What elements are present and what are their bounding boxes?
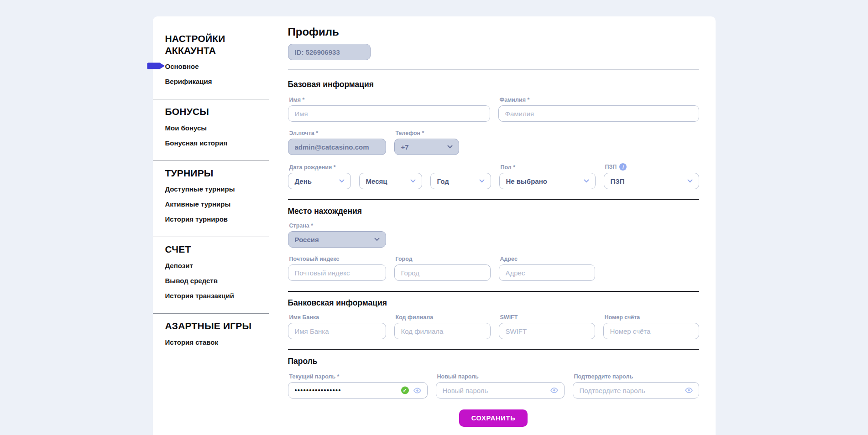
sidebar-section-tournaments: ТУРНИРЫ Доступные турниры Активные турни… (153, 167, 269, 231)
account-number-input[interactable] (603, 323, 699, 339)
row-address: Почтовый индекс Город Адрес (288, 256, 699, 281)
field-phone-code: Телефон * +7 (394, 130, 459, 155)
user-id-input (288, 44, 371, 60)
field-bank-name: Имя Банка (288, 314, 386, 339)
phone-code-select[interactable]: +7 (394, 139, 459, 155)
email-input (288, 139, 386, 155)
sidebar-section-title: БОНУСЫ (165, 106, 265, 118)
new-password-input[interactable] (436, 382, 565, 399)
sidebar-item-bets-history[interactable]: История ставок (153, 335, 269, 350)
city-input[interactable] (394, 264, 491, 281)
field-account-number: Номер счёта (603, 314, 699, 339)
actions-row: СОХРАНИТЬ (288, 409, 699, 427)
row-password: Текущий пароль * ✓ Новый пароль (288, 373, 699, 399)
last-name-input[interactable] (498, 105, 699, 122)
bank-name-input[interactable] (288, 323, 386, 339)
field-email: Эл.почта * (288, 130, 386, 155)
active-arrow-icon (147, 62, 165, 70)
field-new-password: Новый пароль (436, 373, 565, 399)
divider (288, 69, 699, 70)
field-label: Имя Банка (289, 314, 386, 321)
info-icon[interactable]: i (619, 163, 627, 171)
field-address: Адрес (499, 256, 595, 281)
field-gender: Пол * Не выбрано (499, 164, 596, 189)
chevron-down-icon (447, 145, 453, 149)
sidebar-item-label: Мои бонусы (165, 124, 207, 132)
field-label: Пол * (501, 164, 596, 171)
field-label: Почтовый индекс (289, 256, 386, 262)
section-title-location: Место нахождения (288, 207, 699, 216)
sidebar-item-deposit[interactable]: Депозит (153, 258, 269, 273)
sidebar-item-verification[interactable]: Верификация (153, 74, 269, 89)
eye-icon[interactable] (413, 387, 422, 394)
save-button[interactable]: СОХРАНИТЬ (459, 409, 528, 427)
sidebar-item-label: Вывод средств (165, 277, 218, 285)
year-select[interactable]: Год (430, 173, 491, 189)
zip-input[interactable] (288, 264, 386, 281)
day-select[interactable]: День (288, 173, 351, 189)
country-select[interactable]: Россия (288, 231, 386, 248)
sidebar-item-transaction-history[interactable]: История транзакций (153, 288, 269, 303)
sidebar-section-account-money: СЧЕТ Депозит Вывод средств История транз… (153, 243, 269, 307)
first-name-input[interactable] (288, 105, 490, 122)
row-country: Страна * Россия (288, 223, 699, 248)
field-confirm-password: Подтвердите пароль (573, 373, 699, 399)
sidebar-item-label: Основное (165, 62, 199, 70)
sidebar-divider (153, 237, 269, 237)
sidebar-section-title: ТУРНИРЫ (165, 167, 265, 179)
sidebar-item-label: История транзакций (165, 292, 234, 300)
sidebar-item-label: Верификация (165, 78, 212, 85)
pep-select[interactable]: ПЗП (604, 173, 699, 189)
field-birth-year: Год (430, 173, 491, 189)
field-current-password: Текущий пароль * ✓ (288, 373, 428, 399)
field-swift: SWIFT (499, 314, 595, 339)
sidebar-item-label: Активные турниры (165, 200, 231, 208)
field-label: Эл.почта * (289, 130, 386, 136)
field-city: Город (394, 256, 491, 281)
row-bank: Имя Банка Код филиала SWIFT Номер счёта (288, 314, 699, 339)
sidebar-divider (153, 313, 269, 314)
section-divider (288, 199, 699, 200)
field-label: Код филиала (396, 314, 491, 321)
field-label: Имя * (289, 97, 490, 103)
sidebar-item-active-tournaments[interactable]: Активные турниры (153, 197, 269, 212)
row-contact: Эл.почта * Телефон * +7 (288, 130, 699, 155)
chevron-down-icon (374, 238, 380, 241)
field-label: Номер счёта (605, 314, 699, 321)
sidebar-item-my-bonuses[interactable]: Мои бонусы (153, 120, 269, 135)
confirm-password-input[interactable] (573, 382, 699, 399)
section-divider (288, 349, 699, 350)
sidebar-item-main[interactable]: Основное (153, 59, 269, 74)
sidebar-section-title: НАСТРОЙКИ АККАУНТА (165, 33, 265, 56)
sidebar-item-bonus-history[interactable]: Бонусная история (153, 135, 269, 150)
field-label: Дата рождения * (289, 164, 351, 171)
field-first-name: Имя * (288, 97, 490, 122)
eye-icon[interactable] (685, 387, 693, 394)
sidebar-item-label: Доступные турниры (165, 185, 235, 193)
address-input[interactable] (499, 264, 595, 281)
field-birth-month: Месяц (359, 173, 422, 189)
eye-icon[interactable] (550, 387, 559, 394)
sidebar-section-account: НАСТРОЙКИ АККАУНТА Основное Верификация (153, 33, 269, 93)
chevron-down-icon (479, 179, 485, 183)
sidebar-section-gambling: АЗАРТНЫЕ ИГРЫ История ставок (153, 320, 269, 353)
section-title-password: Пароль (288, 357, 699, 366)
profile-main: Профиль Базовая информация Имя * Фамилия… (288, 16, 716, 435)
sidebar-item-available-tournaments[interactable]: Доступные турниры (153, 181, 269, 197)
field-label: Подтвердите пароль (574, 373, 699, 380)
field-label: SWIFT (500, 314, 595, 321)
swift-input[interactable] (499, 323, 595, 339)
field-label: Телефон * (396, 130, 459, 136)
sidebar-divider (153, 161, 269, 161)
page-title: Профиль (288, 26, 699, 38)
gender-select[interactable]: Не выбрано (499, 173, 596, 189)
sidebar-item-label: История турниров (165, 215, 228, 223)
field-country: Страна * Россия (288, 223, 386, 248)
chevron-down-icon (339, 179, 345, 183)
field-zip: Почтовый индекс (288, 256, 386, 281)
month-select[interactable]: Месяц (359, 173, 422, 189)
field-last-name: Фамилия * (498, 97, 699, 122)
sidebar-item-withdrawal[interactable]: Вывод средств (153, 273, 269, 288)
sidebar-item-tournament-history[interactable]: История турниров (153, 212, 269, 227)
branch-code-input[interactable] (394, 323, 491, 339)
